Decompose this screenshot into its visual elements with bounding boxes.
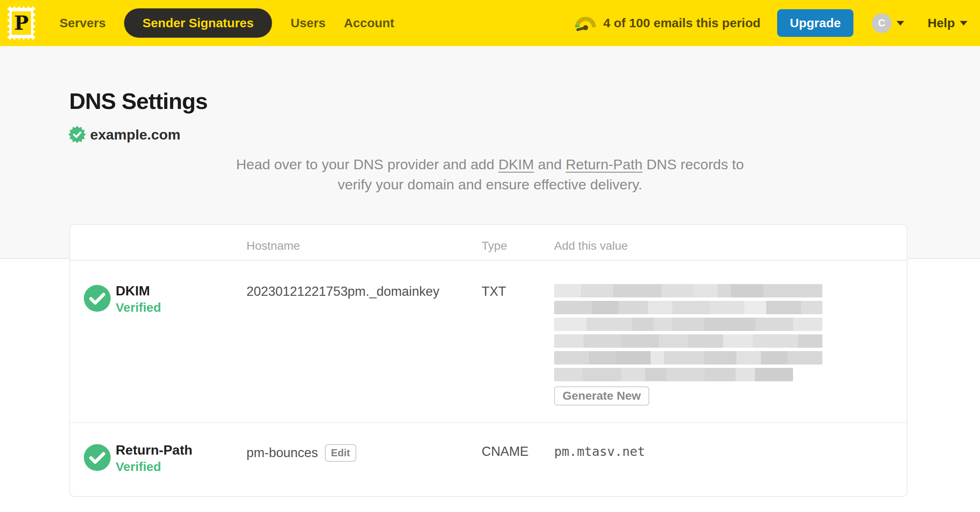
dkim-status-cell: DKIM Verified [70, 261, 246, 422]
nav-right: 4 of 100 emails this period Upgrade C He… [575, 9, 967, 37]
redacted-value-line [554, 368, 793, 381]
verified-domain: example.com [68, 126, 180, 143]
page-title: DNS Settings [69, 88, 207, 114]
header-record [70, 225, 246, 260]
return-path-type: CNAME [482, 423, 554, 496]
dkim-value-redacted [554, 284, 822, 381]
verified-check-icon [84, 444, 111, 471]
header-type: Type [482, 225, 554, 260]
redacted-value-line [554, 318, 822, 331]
redacted-value-line [554, 334, 822, 348]
nav-item-sender-signatures[interactable]: Sender Signatures [124, 8, 272, 38]
return-path-hostname: pm-bounces [246, 445, 318, 460]
dkim-hostname: 20230121221753pm._domainkey [246, 261, 482, 422]
dns-settings-page: P Servers Sender Signatures Users Accoun… [0, 0, 980, 512]
description-part2: and [534, 156, 566, 172]
record-status-badge: Verified [116, 458, 192, 475]
avatar-caret-icon [897, 21, 904, 26]
page-description: Head over to your DNS provider and add D… [226, 154, 754, 194]
usage-gauge-icon [575, 15, 596, 31]
usage-text: 4 of 100 emails this period [603, 16, 760, 30]
account-menu[interactable]: C [872, 13, 904, 33]
return-path-labels: Return-Path Verified [116, 442, 192, 475]
table-header-row: Hostname Type Add this value [70, 225, 907, 261]
header-hostname: Hostname [246, 225, 482, 260]
postmark-stamp-icon: P [8, 6, 35, 40]
return-path-value: pm.mtasv.net [554, 444, 645, 459]
dns-records-card: Hostname Type Add this value DKIM Verifi… [69, 224, 907, 497]
edit-button[interactable]: Edit [325, 444, 356, 462]
avatar[interactable]: C [872, 13, 892, 33]
redacted-value-line [554, 301, 822, 314]
header-value: Add this value [554, 225, 907, 260]
return-path-hostname-cell: pm-bounces Edit [246, 423, 482, 496]
return-path-value-cell: pm.mtasv.net [554, 423, 907, 496]
verified-check-icon [84, 285, 111, 312]
nav-item-servers[interactable]: Servers [60, 16, 106, 30]
svg-text:P: P [14, 12, 29, 34]
redacted-value-line [554, 284, 822, 297]
dkim-type: TXT [482, 261, 554, 422]
description-part1: Head over to your DNS provider and add [236, 156, 498, 172]
help-menu[interactable]: Help [928, 16, 967, 30]
verified-badge-icon [68, 126, 86, 143]
table-row-return-path: Return-Path Verified pm-bounces Edit CNA… [70, 423, 907, 496]
generate-new-button[interactable]: Generate New [554, 386, 649, 406]
dkim-labels: DKIM Verified [116, 282, 161, 316]
return-path-status-cell: Return-Path Verified [70, 423, 246, 496]
record-name: DKIM [116, 282, 161, 299]
dkim-link[interactable]: DKIM [498, 156, 534, 172]
domain-name: example.com [90, 127, 180, 143]
table-row-dkim: DKIM Verified 20230121221753pm._domainke… [70, 261, 907, 423]
return-path-link[interactable]: Return-Path [566, 156, 643, 172]
record-status-badge: Verified [116, 299, 161, 316]
postmark-logo[interactable]: P [8, 6, 35, 40]
nav-item-account[interactable]: Account [344, 16, 394, 30]
help-label: Help [928, 16, 955, 30]
top-navbar: P Servers Sender Signatures Users Accoun… [0, 0, 980, 46]
redacted-value-line [554, 351, 822, 365]
nav-items: Servers Sender Signatures Users Account [60, 8, 394, 38]
upgrade-button[interactable]: Upgrade [777, 9, 853, 37]
record-name: Return-Path [116, 442, 192, 458]
nav-item-users[interactable]: Users [290, 16, 325, 30]
dkim-value-cell: Generate New [554, 261, 907, 422]
help-caret-icon [960, 21, 967, 26]
